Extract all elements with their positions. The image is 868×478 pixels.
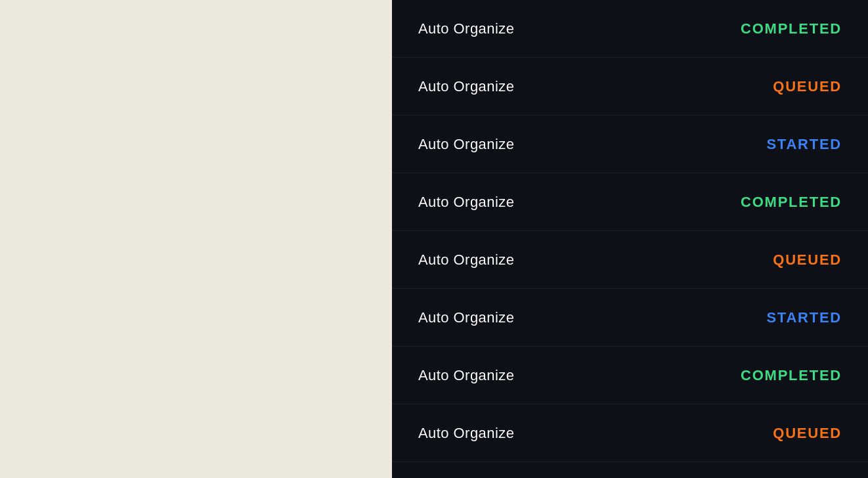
list-item: Auto OrganizeQUEUED bbox=[392, 231, 868, 289]
item-name: Auto Organize bbox=[418, 194, 514, 211]
list-item: Auto OrganizeCOMPLETED bbox=[392, 347, 868, 404]
status-badge: COMPLETED bbox=[741, 367, 842, 384]
status-badge: STARTED bbox=[766, 136, 842, 153]
item-name: Auto Organize bbox=[418, 425, 514, 442]
list-item: Auto OrganizeCOMPLETED bbox=[392, 173, 868, 231]
list-item: Auto OrganizeSTARTED bbox=[392, 116, 868, 173]
right-panel: Auto OrganizeCOMPLETEDAuto OrganizeQUEUE… bbox=[392, 0, 868, 478]
left-panel bbox=[0, 0, 392, 478]
item-name: Auto Organize bbox=[418, 78, 514, 95]
item-name: Auto Organize bbox=[418, 136, 514, 153]
list-item: Auto OrganizeQUEUED bbox=[392, 58, 868, 116]
item-name: Auto Organize bbox=[418, 20, 514, 37]
item-name: Auto Organize bbox=[418, 367, 514, 384]
list-item: Auto OrganizeSTARTED bbox=[392, 462, 868, 478]
list-item: Auto OrganizeSTARTED bbox=[392, 289, 868, 347]
list-item: Auto OrganizeCOMPLETED bbox=[392, 0, 868, 58]
list-item: Auto OrganizeQUEUED bbox=[392, 404, 868, 462]
status-badge: QUEUED bbox=[773, 78, 842, 95]
status-badge: COMPLETED bbox=[741, 20, 842, 37]
status-badge: QUEUED bbox=[773, 425, 842, 442]
status-badge: STARTED bbox=[766, 309, 842, 326]
item-name: Auto Organize bbox=[418, 309, 514, 326]
status-badge: QUEUED bbox=[773, 251, 842, 269]
item-name: Auto Organize bbox=[418, 251, 514, 269]
status-badge: COMPLETED bbox=[741, 194, 842, 211]
